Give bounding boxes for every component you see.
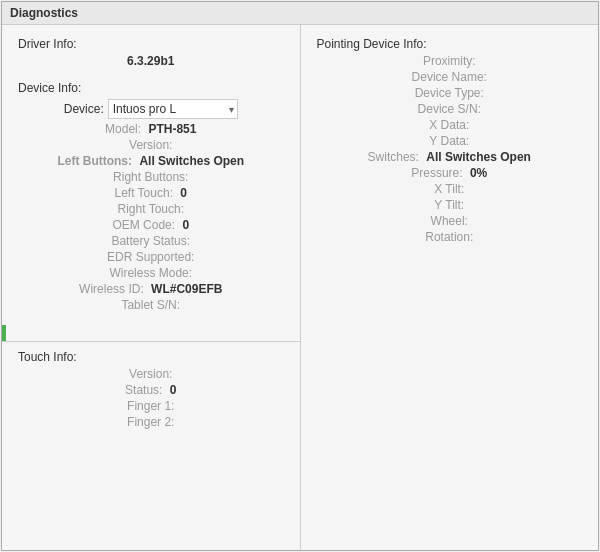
switches-row: Switches: All Switches Open [301,149,599,165]
touch-info-header: Touch Info: [2,346,300,366]
pressure-value: 0% [470,166,487,180]
touch-status-label: Status: [125,383,162,397]
device-sn-label: Device S/N: [301,101,599,117]
right-buttons-label: Right Buttons: [2,169,300,185]
device-label: Device: [64,102,104,116]
model-label: Model: [105,122,141,136]
x-tilt-label: X Tilt: [301,181,599,197]
version2-label: Version: [2,137,300,153]
x-data-label: X Data: [301,117,599,133]
edr-label: EDR Supported: [2,249,300,265]
left-touch-value: 0 [180,186,187,200]
device-type-label: Device Type: [301,85,599,101]
wireless-id-label: Wireless ID: [79,282,144,296]
oem-value: 0 [182,218,189,232]
wireless-mode-label: Wireless Mode: [2,265,300,281]
finger1-label: Finger 1: [2,398,300,414]
pressure-row: Pressure: 0% [301,165,599,181]
left-panel: Driver Info: 6.3.29b1 Device Info: Devic… [2,25,301,550]
diagnostics-window: Diagnostics Driver Info: 6.3.29b1 Device… [1,1,599,551]
touch-status-row: Status: 0 [2,382,300,398]
wireless-id-row: Wireless ID: WL#C09EFB [2,281,300,297]
window-title: Diagnostics [10,6,78,20]
right-touch-label: Right Touch: [2,201,300,217]
driver-version-row: 6.3.29b1 [2,53,300,69]
y-tilt-label: Y Tilt: [301,197,599,213]
device-info-header: Device Info: [2,77,300,97]
left-touch-label: Left Touch: [114,186,173,200]
touch-section: Touch Info: Version: Status: 0 Finger 1:… [2,341,300,430]
y-data-label: Y Data: [301,133,599,149]
switches-label: Switches: [368,150,419,164]
driver-info-header: Driver Info: [2,33,300,53]
wheel-label: Wheel: [301,213,599,229]
main-content: Driver Info: 6.3.29b1 Device Info: Devic… [2,25,598,550]
battery-label: Battery Status: [2,233,300,249]
pressure-label: Pressure: [411,166,462,180]
wireless-id-value: WL#C09EFB [151,282,222,296]
left-buttons-value: All Switches Open [139,154,244,168]
touch-status-value: 0 [170,383,177,397]
rotation-label: Rotation: [301,229,599,245]
title-bar: Diagnostics [2,2,598,25]
device-name-label: Device Name: [301,69,599,85]
device-select-row: Device: Intuos pro L ▾ [2,97,300,121]
model-value: PTH-851 [148,122,196,136]
oem-label: OEM Code: [112,218,175,232]
pointing-device-header: Pointing Device Info: [301,33,599,53]
model-row: Model: PTH-851 [2,121,300,137]
finger2-label: Finger 2: [2,414,300,430]
left-touch-row: Left Touch: 0 [2,185,300,201]
proximity-row: Proximity: [301,53,599,69]
tablet-sn-label: Tablet S/N: [2,297,300,313]
driver-version-value: 6.3.29b1 [127,54,174,68]
oem-row: OEM Code: 0 [2,217,300,233]
device-dropdown[interactable]: Intuos pro L [108,99,238,119]
right-panel: Pointing Device Info: Proximity: Device … [301,25,599,550]
switches-value: All Switches Open [426,150,531,164]
device-select-wrapper: Intuos pro L ▾ [108,99,238,119]
proximity-label: Proximity: [423,54,476,68]
touch-version-label: Version: [2,366,300,382]
left-buttons-row: Left Buttons: All Switches Open [2,153,300,169]
green-indicator [2,325,6,341]
left-buttons-label: Left Buttons: [57,154,132,168]
